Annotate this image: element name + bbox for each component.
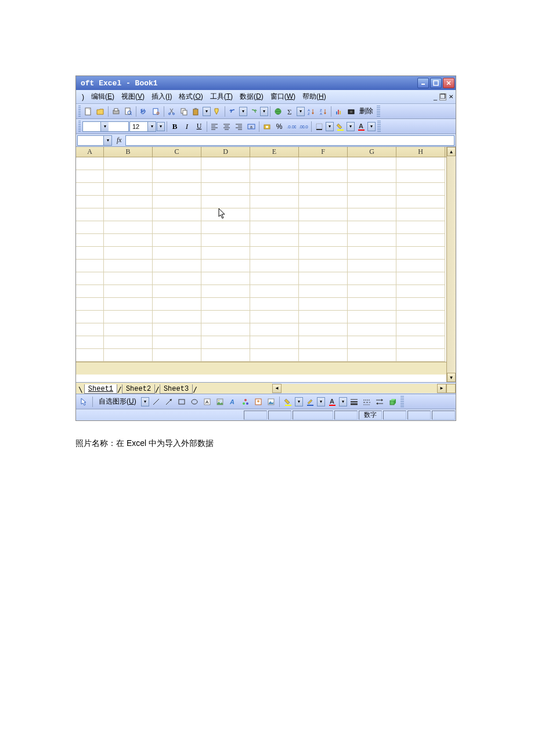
font-name-combo[interactable]: ▾: [82, 121, 129, 132]
cell[interactable]: [104, 349, 153, 362]
cell[interactable]: [153, 170, 201, 183]
cell[interactable]: [250, 196, 299, 208]
cell[interactable]: [396, 157, 445, 170]
column-header[interactable]: D: [201, 147, 250, 157]
cell[interactable]: [76, 272, 104, 285]
textbox-tool-button[interactable]: A: [201, 396, 213, 408]
clipart-button[interactable]: [252, 396, 264, 408]
dash-style-button[interactable]: [361, 396, 373, 408]
underline-button[interactable]: U: [193, 121, 205, 132]
cell[interactable]: [76, 336, 104, 349]
scroll-up-button[interactable]: ▲: [447, 147, 456, 156]
column-header[interactable]: E: [250, 147, 299, 157]
column-header[interactable]: F: [299, 147, 348, 157]
cell[interactable]: [299, 157, 348, 170]
column-header[interactable]: G: [348, 147, 396, 157]
cell[interactable]: [299, 196, 348, 208]
sheet-tab[interactable]: Sheet3: [160, 384, 193, 394]
cell[interactable]: [250, 285, 299, 298]
cell[interactable]: [104, 247, 153, 260]
fill-color-dropdown-icon[interactable]: ▾: [347, 122, 355, 131]
menu-view[interactable]: 视图(V): [118, 91, 148, 103]
cell[interactable]: [76, 311, 104, 323]
cut-button[interactable]: [166, 106, 178, 117]
cell[interactable]: [153, 323, 201, 336]
cell[interactable]: [396, 260, 445, 272]
cell[interactable]: [153, 260, 201, 272]
cell[interactable]: [348, 170, 396, 183]
autosum-dropdown-icon[interactable]: ▾: [297, 107, 305, 116]
cell[interactable]: [396, 247, 445, 260]
autoshapes-menu[interactable]: 自选图形(U): [95, 395, 140, 408]
fx-icon[interactable]: fx: [113, 136, 125, 145]
cell[interactable]: [76, 221, 104, 234]
research-button[interactable]: [150, 106, 162, 117]
line-color-dropdown-icon[interactable]: ▾: [317, 397, 325, 406]
cell[interactable]: [348, 323, 396, 336]
cell[interactable]: [104, 260, 153, 272]
cell[interactable]: [153, 221, 201, 234]
cell[interactable]: [250, 234, 299, 247]
cell[interactable]: [104, 285, 153, 298]
cell[interactable]: [348, 183, 396, 196]
titlebar[interactable]: oft Excel - Book1: [76, 76, 456, 90]
cell[interactable]: [396, 183, 445, 196]
wordart-button[interactable]: A: [227, 396, 239, 408]
cell[interactable]: [76, 208, 104, 221]
doc-minimize-icon[interactable]: _: [434, 93, 437, 100]
cell[interactable]: [299, 247, 348, 260]
fill-color-button[interactable]: [282, 396, 294, 408]
cell[interactable]: [348, 285, 396, 298]
line-weight-button[interactable]: [348, 396, 360, 408]
cell[interactable]: [104, 208, 153, 221]
cell[interactable]: [76, 260, 104, 272]
arrow-tool-button[interactable]: [163, 396, 175, 408]
font-color-button[interactable]: A: [326, 396, 338, 408]
increase-decimal-button[interactable]: .0.00: [286, 121, 297, 132]
cell[interactable]: [250, 208, 299, 221]
borders-dropdown-icon[interactable]: ▾: [326, 122, 334, 131]
cell[interactable]: [250, 247, 299, 260]
cell[interactable]: [348, 272, 396, 285]
paste-dropdown-icon[interactable]: ▾: [203, 107, 211, 116]
cell[interactable]: [250, 311, 299, 323]
cell[interactable]: [76, 170, 104, 183]
cell[interactable]: [396, 285, 445, 298]
cell[interactable]: [299, 260, 348, 272]
cell[interactable]: [348, 349, 396, 362]
cell[interactable]: [153, 196, 201, 208]
vertical-scrollbar[interactable]: ▲ ▼: [446, 147, 456, 382]
fill-dropdown-icon[interactable]: ▾: [295, 397, 303, 406]
picture-button[interactable]: [265, 396, 277, 408]
cell[interactable]: [299, 349, 348, 362]
maximize-button[interactable]: [430, 78, 442, 88]
oval-tool-button[interactable]: [189, 396, 200, 408]
cell[interactable]: [299, 208, 348, 221]
font-color-dropdown-icon[interactable]: ▾: [339, 397, 347, 406]
menu-data[interactable]: 数据(D): [236, 91, 267, 103]
cell[interactable]: [250, 170, 299, 183]
cell[interactable]: [153, 285, 201, 298]
diagram-button[interactable]: [240, 396, 251, 408]
cell[interactable]: [250, 183, 299, 196]
cell[interactable]: [76, 285, 104, 298]
cell[interactable]: [250, 272, 299, 285]
name-box[interactable]: ▾: [77, 135, 112, 146]
name-box-dropdown-icon[interactable]: ▾: [103, 136, 111, 145]
cell[interactable]: [299, 272, 348, 285]
italic-button[interactable]: I: [181, 121, 193, 132]
align-center-button[interactable]: [221, 121, 233, 132]
percent-button[interactable]: %: [273, 121, 285, 132]
line-tool-button[interactable]: [150, 396, 162, 408]
align-left-button[interactable]: [209, 121, 221, 132]
cell[interactable]: [76, 349, 104, 362]
autoshapes-dropdown-icon[interactable]: ▾: [141, 397, 149, 406]
cell[interactable]: [153, 349, 201, 362]
cell[interactable]: [250, 323, 299, 336]
scroll-track[interactable]: [282, 384, 437, 393]
cell[interactable]: [153, 311, 201, 323]
merge-center-button[interactable]: a: [246, 121, 257, 132]
column-header[interactable]: C: [153, 147, 201, 157]
cell[interactable]: [153, 208, 201, 221]
autosum-button[interactable]: Σ: [284, 106, 296, 117]
